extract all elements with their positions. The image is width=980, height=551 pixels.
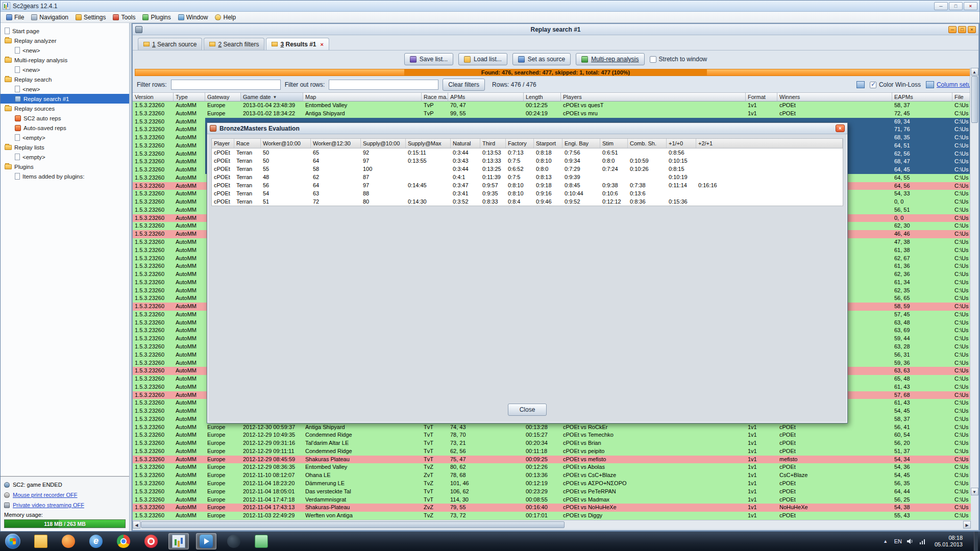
column-header[interactable]: Gateway	[205, 92, 241, 102]
start-button[interactable]	[5, 534, 20, 549]
column-header[interactable]: Type	[174, 92, 205, 102]
dialog-table-row[interactable]: cPOEtTerran5463880:3:410:9:350:8:100:9:1…	[212, 189, 843, 197]
tab-close-icon[interactable]: ×	[321, 41, 324, 47]
video-streaming-link[interactable]: Private video streaming OFF	[13, 502, 84, 508]
sidebar-item[interactable]: Replay search #1	[1, 94, 129, 104]
save-list-button[interactable]: Save list...	[404, 53, 453, 65]
table-row[interactable]: 1.5.3.23260AutoMMEurope2012-11-04 18:05:…	[133, 488, 971, 496]
sidebar-item[interactable]: Replay analyzer	[1, 36, 129, 45]
dialog-column-header[interactable]: Third	[480, 139, 506, 148]
dialog-table-row[interactable]: cPOEtTerran5065920:15:110:3:440:13:530:7…	[212, 148, 843, 157]
sidebar-item[interactable]: Items added by plugins:	[1, 171, 129, 181]
table-row[interactable]: 1.5.3.23260AutoMMEurope2012-11-10 08:12:…	[133, 471, 971, 480]
taskbar-chrome-button[interactable]	[113, 533, 134, 549]
column-header[interactable]: Winners	[777, 92, 892, 102]
sidebar-item[interactable]: Multi-replay analysis	[1, 55, 129, 65]
close-button[interactable]: ×	[964, 2, 977, 10]
taskbar-folder-button[interactable]	[31, 533, 51, 549]
horizontal-scrollbar[interactable]: ◀ ▶	[133, 520, 971, 529]
show-desktop-button[interactable]	[974, 532, 978, 551]
menu-file[interactable]: File	[3, 13, 28, 22]
tab-search-filters[interactable]: 2 Search filters	[204, 38, 264, 50]
column-header[interactable]: Players	[561, 92, 746, 102]
table-row[interactable]: 1.5.3.23260AutoMMEurope2012-12-29 09:31:…	[133, 439, 971, 447]
menu-tools[interactable]: Tools	[109, 13, 139, 22]
volume-icon[interactable]	[907, 538, 914, 545]
taskbar-steam-button[interactable]	[224, 533, 244, 549]
column-header[interactable]: Version	[133, 92, 174, 102]
sidebar-item[interactable]: <empty>	[1, 152, 129, 162]
sidebar-item[interactable]: <empty>	[1, 133, 129, 142]
table-row[interactable]: 1.5.3.23260AutoMMEurope2012-11-03 22:49:…	[133, 512, 971, 520]
dialog-close-button[interactable]: Close	[508, 404, 547, 416]
sidebar-item[interactable]: Plugins	[1, 162, 129, 171]
dialog-table-row[interactable]: cPOEtTerran55581000:3:440:13:250:6:520:8…	[212, 165, 843, 173]
frame-close-button[interactable]: ×	[968, 26, 976, 33]
sidebar-item[interactable]: Replay search	[1, 74, 129, 84]
tray-language[interactable]: EN	[894, 538, 902, 544]
sidebar-item[interactable]: Auto-saved reps	[1, 123, 129, 133]
clear-filters-button[interactable]: Clear filters	[443, 79, 485, 91]
tray-expand-icon[interactable]: ▲	[882, 538, 889, 545]
filter-rows-input[interactable]	[171, 80, 281, 90]
column-setup-link[interactable]: Column setup	[926, 81, 974, 88]
dialog-column-header[interactable]: Engi. Bay	[562, 139, 600, 148]
dialog-column-header[interactable]: +2/+1	[696, 139, 843, 148]
minimize-button[interactable]: ─	[934, 2, 948, 10]
sidebar-item[interactable]: SC2 auto reps	[1, 113, 129, 123]
dialog-column-header[interactable]: Supply@10:00	[361, 139, 406, 148]
table-row[interactable]: 1.5.3.23260AutoMMEurope2012-12-30 00:59:…	[133, 423, 971, 432]
table-row[interactable]: 1.5.3.23260AutoMMEurope2012-11-04 18:23:…	[133, 480, 971, 488]
menu-settings[interactable]: Settings	[72, 13, 109, 22]
sidebar-item[interactable]: <new>	[1, 65, 129, 74]
vertical-scrollbar[interactable]: ▲ ▼	[970, 68, 978, 495]
column-header[interactable]: APMs	[448, 92, 524, 102]
taskbar-sc2gears-button[interactable]	[168, 533, 189, 549]
color-win-loss-checkbox[interactable]: Color Win-Loss	[870, 81, 921, 88]
table-grid-icon-button[interactable]	[856, 81, 865, 88]
dialog-table-row[interactable]: cPOEtTerran5172800:14:300:3:520:8:330:8:…	[212, 197, 843, 206]
stretch-to-window-checkbox[interactable]: Stretch to window	[650, 56, 707, 63]
table-row[interactable]: 1.5.3.23260AutoMMEurope2012-11-04 17:43:…	[133, 504, 971, 512]
dialog-table-row[interactable]: cPOEtTerran5064970:13:550:3:430:13:330:7…	[212, 157, 843, 165]
vertical-scroll-thumb[interactable]	[971, 76, 978, 123]
column-header[interactable]: Length	[524, 92, 561, 102]
sidebar-item[interactable]: <new>	[1, 45, 129, 55]
sidebar-item[interactable]: Replay lists	[1, 142, 129, 152]
table-row[interactable]: 1.5.3.23260AutoMMEurope2013-01-04 23:48:…	[133, 102, 971, 110]
column-header[interactable]: Map	[303, 92, 422, 102]
table-row[interactable]: 1.5.3.23260AutoMMEurope2012-12-29 08:45:…	[133, 456, 971, 464]
dialog-column-header[interactable]: Player	[212, 139, 234, 148]
dialog-column-header[interactable]: Race	[234, 139, 261, 148]
menu-help[interactable]: Help	[211, 13, 239, 22]
taskbar-ie-button[interactable]	[86, 533, 106, 549]
filter-out-rows-input[interactable]	[329, 80, 438, 90]
sidebar-item[interactable]: <new>	[1, 84, 129, 94]
scroll-down-icon[interactable]: ▼	[971, 488, 978, 495]
dialog-column-header[interactable]: +1/+0	[667, 139, 696, 148]
tab-results-1[interactable]: 3 Results #1×	[266, 38, 329, 50]
scroll-up-icon[interactable]: ▲	[971, 68, 978, 76]
table-row[interactable]: 1.5.3.23260AutoMMEurope2012-12-29 08:36:…	[133, 463, 971, 471]
menu-navigation[interactable]: Navigation	[28, 13, 72, 22]
dialog-table-row[interactable]: cPOEtTerran4862870:4:10:11:390:7:50:8:13…	[212, 173, 843, 181]
table-row[interactable]: 1.5.3.23260AutoMMEurope2012-12-29 09:11:…	[133, 447, 971, 456]
multi-rep-analysis-button[interactable]: Multi-rep analysis	[576, 53, 644, 65]
frame-maximize-button[interactable]: □	[958, 26, 966, 33]
menu-window[interactable]: Window	[175, 13, 212, 22]
table-row[interactable]: 1.5.3.23260AutoMMEurope2012-12-29 10:49:…	[133, 431, 971, 439]
dialog-column-header[interactable]: Natural	[451, 139, 480, 148]
taskbar-notes-button[interactable]	[251, 533, 272, 549]
column-header[interactable]: EAPMs	[892, 92, 952, 102]
column-header[interactable]: Race ma...	[422, 92, 448, 102]
scroll-left-icon[interactable]: ◀	[133, 521, 140, 529]
menu-plugins[interactable]: Plugins	[139, 13, 174, 22]
sidebar-item[interactable]: Start page	[1, 26, 129, 36]
dialog-column-header[interactable]: Worker@10:00	[261, 139, 311, 148]
dialog-column-header[interactable]: Stim	[600, 139, 628, 148]
dialog-column-header[interactable]: Comb. Sh.	[628, 139, 667, 148]
column-header[interactable]: Game date▼	[241, 92, 303, 102]
table-row[interactable]: 1.5.3.23260AutoMMEurope2013-01-02 18:34:…	[133, 110, 971, 118]
dialog-table-row[interactable]: cPOEtTerran5664970:14:450:3:470:9:570:8:…	[212, 181, 843, 189]
dialog-column-header[interactable]: Supply@Max	[406, 139, 451, 148]
